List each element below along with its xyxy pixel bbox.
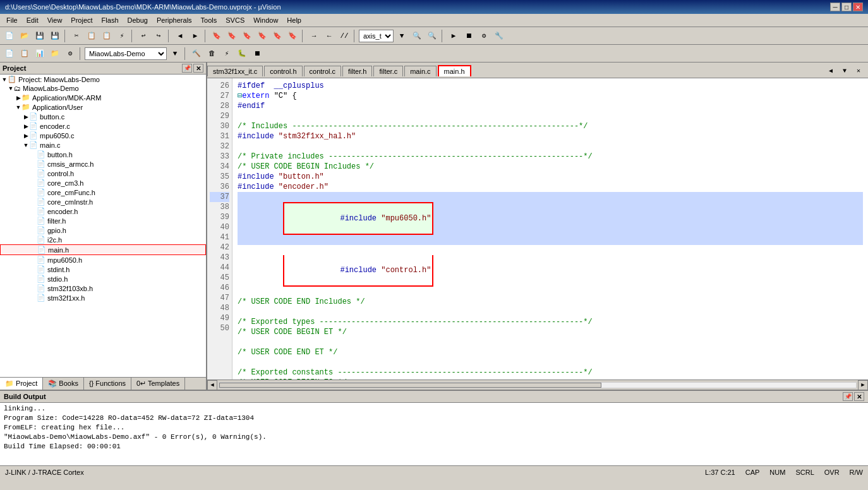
tree-main-h[interactable]: 📄 main.h bbox=[0, 244, 206, 255]
run-btn[interactable]: ▶ bbox=[447, 29, 461, 43]
tb2-flash-btn[interactable]: ⚡ bbox=[220, 47, 234, 61]
open-file-btn[interactable]: 📂 bbox=[18, 29, 32, 43]
paste-btn[interactable]: 📋 bbox=[100, 29, 114, 43]
tree-stdio-h[interactable]: 📄 stdio.h bbox=[0, 274, 206, 284]
tb2-btn3[interactable]: 📊 bbox=[33, 47, 47, 61]
tab-filter-h[interactable]: filter.h bbox=[342, 66, 372, 76]
tab-control-h[interactable]: control.h bbox=[264, 66, 302, 76]
menu-flash[interactable]: Flash bbox=[98, 15, 123, 25]
tree-encoder-c[interactable]: ▶ 📄 encoder.c bbox=[0, 121, 206, 131]
tree-mpu6050-h[interactable]: 📄 mpu6050.h bbox=[0, 255, 206, 265]
save-btn[interactable]: 💾 bbox=[33, 29, 47, 43]
tb2-build-btn[interactable]: 🔨 bbox=[190, 47, 203, 61]
redo-btn[interactable]: ↪ bbox=[152, 29, 166, 43]
tab-functions[interactable]: {} Functions bbox=[84, 378, 131, 390]
tab-filter-c[interactable]: filter.c bbox=[373, 66, 403, 76]
nav-fwd-btn[interactable]: ▶ bbox=[188, 29, 202, 43]
symbol-search-btn[interactable]: ▼ bbox=[395, 29, 409, 43]
tree-gpio-h[interactable]: 📄 gpio.h bbox=[0, 225, 206, 235]
outdent-btn[interactable]: ← bbox=[322, 29, 336, 43]
indent-btn[interactable]: → bbox=[307, 29, 321, 43]
bookmark6-btn[interactable]: 🔖 bbox=[286, 29, 299, 43]
cut-btn[interactable]: ✂ bbox=[69, 29, 83, 43]
menu-svcs[interactable]: SVCS bbox=[222, 15, 248, 25]
menu-help[interactable]: Help bbox=[283, 15, 305, 25]
bookmark-btn[interactable]: 🔖 bbox=[210, 29, 224, 43]
project-close-btn[interactable]: ✕ bbox=[193, 64, 203, 73]
menu-debug[interactable]: Debug bbox=[124, 15, 152, 25]
tree-project-root[interactable]: ▼ 📋 Project: MiaowLabs-Demo bbox=[0, 75, 206, 84]
h-scrollbar[interactable]: ◀ ▶ bbox=[207, 379, 868, 390]
bookmark5-btn[interactable]: 🔖 bbox=[270, 29, 284, 43]
tree-app-user[interactable]: ▼ 📁 Application/User bbox=[0, 102, 206, 112]
menu-window[interactable]: Window bbox=[250, 15, 282, 25]
tree-button-c[interactable]: ▶ 📄 button.c bbox=[0, 112, 206, 121]
tree-miaowlabs-demo[interactable]: ▼ 🗂 MiaowLabs-Demo bbox=[0, 84, 206, 93]
tb2-btn2[interactable]: 📋 bbox=[18, 47, 32, 61]
tb2-btn5[interactable]: ⚙ bbox=[63, 47, 77, 61]
tree-stm32f103xb-h[interactable]: 📄 stm32f103xb.h bbox=[0, 284, 206, 293]
tab-project[interactable]: 📁 Project bbox=[0, 378, 43, 390]
tree-app-mdk[interactable]: ▶ 📁 Application/MDK-ARM bbox=[0, 93, 206, 102]
tab-stm32-it[interactable]: stm32f1xx_it.c bbox=[207, 66, 263, 76]
tb2-btn4[interactable]: 📁 bbox=[48, 47, 62, 61]
search-btn[interactable]: 🔍 bbox=[410, 29, 424, 43]
bookmark4-btn[interactable]: 🔖 bbox=[255, 29, 269, 43]
menu-view[interactable]: View bbox=[44, 15, 66, 25]
scroll-left-btn[interactable]: ◀ bbox=[207, 380, 217, 390]
tab-main-h[interactable]: main.h bbox=[438, 65, 471, 76]
settings-btn[interactable]: 🔧 bbox=[492, 29, 506, 43]
target-dropdown-btn[interactable]: ▼ bbox=[168, 47, 182, 61]
tree-stm32f1xx-h[interactable]: 📄 stm32f1xx.h bbox=[0, 293, 206, 302]
tree-main-c[interactable]: ▼ 📄 main.c bbox=[0, 140, 206, 150]
target-select[interactable]: MiaowLabs-Demo bbox=[85, 47, 167, 60]
tab-scroll-left[interactable]: ◀ bbox=[824, 64, 838, 78]
tree-cmsis-h[interactable]: 📄 cmsis_armcc.h bbox=[0, 159, 206, 169]
project-pin-btn[interactable]: 📌 bbox=[182, 64, 192, 73]
tree-encoder-h[interactable]: 📄 encoder.h bbox=[0, 206, 206, 216]
new-file-btn[interactable]: 📄 bbox=[3, 29, 16, 43]
menu-project[interactable]: Project bbox=[67, 15, 96, 25]
tab-control-c[interactable]: control.c bbox=[304, 66, 342, 76]
menu-tools[interactable]: Tools bbox=[197, 15, 221, 25]
target-btn[interactable]: ⚙ bbox=[477, 29, 491, 43]
copy-btn[interactable]: 📋 bbox=[85, 29, 99, 43]
menu-edit[interactable]: Edit bbox=[23, 15, 42, 25]
tab-scroll-right[interactable]: ▼ bbox=[838, 64, 852, 78]
tree-core-cm3-h[interactable]: 📄 core_cm3.h bbox=[0, 178, 206, 188]
bookmark2-btn[interactable]: 🔖 bbox=[225, 29, 239, 43]
comment-btn[interactable]: // bbox=[337, 29, 351, 43]
symbol-select[interactable]: axis_t bbox=[359, 30, 394, 42]
stop-btn[interactable]: ⏹ bbox=[462, 29, 476, 43]
tree-control-h[interactable]: 📄 control.h bbox=[0, 169, 206, 178]
tree-mpu6050-c[interactable]: ▶ 📄 mpu6050.c bbox=[0, 131, 206, 140]
tree-stdint-h[interactable]: 📄 stdint.h bbox=[0, 265, 206, 274]
minimize-button[interactable]: ─ bbox=[830, 3, 840, 11]
tree-core-cmfunc-h[interactable]: 📄 core_cmFunc.h bbox=[0, 188, 206, 197]
save-all-btn[interactable]: 💾 bbox=[48, 29, 62, 43]
search2-btn[interactable]: 🔍 bbox=[425, 29, 439, 43]
tree-button-h[interactable]: 📄 button.h bbox=[0, 150, 206, 159]
h-scrollbar-thumb[interactable] bbox=[219, 383, 601, 388]
tree-core-cminstr-h[interactable]: 📄 core_cmInstr.h bbox=[0, 197, 206, 206]
menu-file[interactable]: File bbox=[3, 15, 21, 25]
tb2-stop-btn[interactable]: ⏹ bbox=[250, 47, 264, 61]
menu-peripherals[interactable]: Peripherals bbox=[153, 15, 196, 25]
code-content[interactable]: #ifdef __cplusplus ⊟extern "C" { #endif … bbox=[232, 78, 868, 379]
nav-back-btn[interactable]: ◀ bbox=[173, 29, 187, 43]
tab-main-c[interactable]: main.c bbox=[404, 66, 436, 76]
bookmark3-btn[interactable]: 🔖 bbox=[240, 29, 254, 43]
tb2-debug-btn[interactable]: 🐛 bbox=[235, 47, 249, 61]
tb2-clean-btn[interactable]: 🗑 bbox=[205, 47, 219, 61]
build-pin-btn[interactable]: 📌 bbox=[843, 392, 853, 401]
tree-filter-h[interactable]: 📄 filter.h bbox=[0, 216, 206, 225]
scroll-right-btn[interactable]: ▶ bbox=[858, 380, 868, 390]
tb2-btn1[interactable]: 📄 bbox=[3, 47, 16, 61]
maximize-button[interactable]: □ bbox=[841, 3, 852, 11]
tab-books[interactable]: 📚 Books bbox=[43, 378, 84, 390]
tab-close[interactable]: ✕ bbox=[852, 64, 865, 78]
tree-i2c-h[interactable]: 📄 i2c.h bbox=[0, 235, 206, 244]
undo-btn[interactable]: ↩ bbox=[136, 29, 150, 43]
tab-templates[interactable]: 0↵ Templates bbox=[131, 378, 185, 390]
build-close-btn[interactable]: ✕ bbox=[854, 392, 864, 401]
